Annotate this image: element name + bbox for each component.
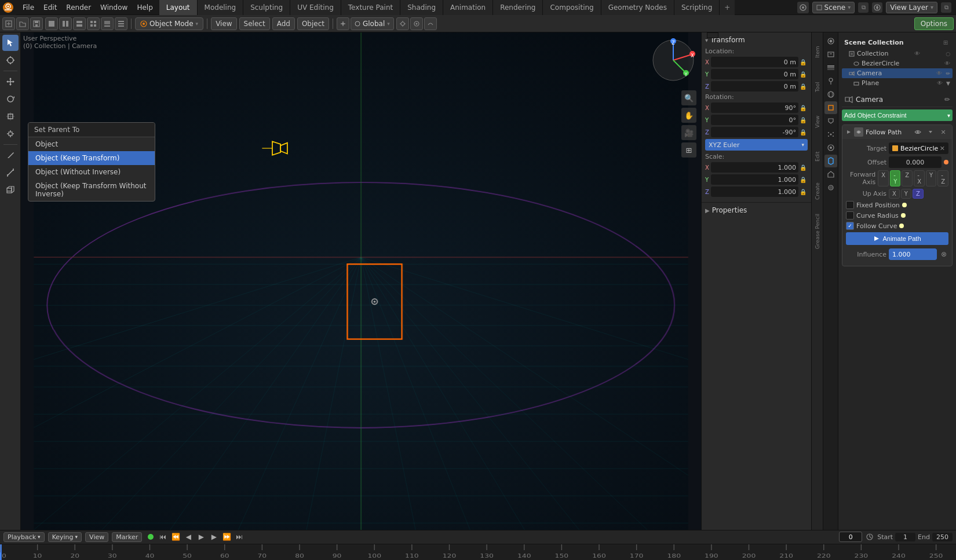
camera-edit-icon[interactable]: ✏	[946, 71, 950, 76]
collection-root-eye[interactable]: 👁	[914, 50, 920, 57]
camera-eye[interactable]: 👁	[936, 70, 942, 76]
tool-select[interactable]	[2, 35, 19, 51]
tool-scale[interactable]	[2, 108, 19, 125]
edit-menu[interactable]: Edit	[39, 2, 61, 13]
up-z-btn[interactable]: Z	[913, 189, 924, 199]
jump-start-btn[interactable]: ⏮	[157, 531, 169, 543]
constraint-visibility-btn[interactable]	[913, 127, 923, 137]
layout-single-btn[interactable]	[45, 17, 58, 30]
grease-pencil-tab[interactable]: Grease Pencil	[812, 208, 823, 255]
popup-item-object[interactable]: Object	[28, 137, 155, 151]
animate-path-button[interactable]: Animate Path	[846, 232, 948, 245]
location-y-input[interactable]: 0 m	[711, 69, 798, 79]
collection-item-root[interactable]: Collection 👁 ○	[842, 49, 953, 58]
rotation-z-lock[interactable]: 🔒	[798, 129, 808, 136]
mode-selector[interactable]: Object Mode ▾	[135, 17, 203, 30]
forward-neg-y2-btn[interactable]: Y	[926, 170, 936, 186]
item-tab[interactable]: Item	[812, 35, 823, 69]
tool-cursor[interactable]	[2, 52, 19, 68]
target-clear-btn[interactable]: ✕	[940, 145, 945, 152]
render-engine-icon[interactable]	[797, 2, 809, 13]
constraint-options-btn[interactable]	[925, 127, 936, 137]
prop-object-btn[interactable]	[824, 101, 837, 114]
viewport-ortho-btn[interactable]: ⊞	[681, 142, 696, 158]
tool-move[interactable]	[2, 74, 19, 90]
layout-quad-btn[interactable]	[87, 17, 100, 30]
scale-x-lock[interactable]: 🔒	[798, 164, 808, 171]
help-menu[interactable]: Help	[133, 2, 156, 13]
offset-value[interactable]: 0.000	[889, 156, 942, 168]
constraint-delete-btn[interactable]: ✕	[938, 127, 948, 137]
proportional-btn[interactable]	[410, 17, 423, 30]
end-frame-input[interactable]: 250	[932, 533, 953, 541]
prop-render-btn[interactable]	[824, 35, 837, 47]
save-btn[interactable]	[30, 17, 43, 30]
snap-btn[interactable]	[396, 17, 409, 30]
tab-sculpting[interactable]: Sculpting	[243, 0, 290, 15]
tool-add-cube[interactable]	[2, 182, 19, 198]
transform-panel-title[interactable]: ▾ Transform	[705, 36, 808, 44]
layout-split-v-btn[interactable]	[73, 17, 86, 30]
prev-keyframe-btn[interactable]: ⏪	[170, 531, 181, 543]
marker-menu-btn[interactable]: Marker	[112, 532, 142, 542]
prop-physics-btn[interactable]	[824, 141, 837, 154]
tab-add-button[interactable]: +	[720, 0, 735, 15]
tool-tab[interactable]: Tool	[812, 69, 823, 104]
view-menu-tl-btn[interactable]: View	[85, 532, 108, 542]
start-frame-input[interactable]: 1	[895, 533, 915, 541]
viewport-zoom-in-btn[interactable]: 🔍	[681, 90, 696, 105]
edit-tab[interactable]: Edit	[812, 139, 823, 174]
add-constraint-button[interactable]: Add Object Constraint ▾	[842, 109, 953, 121]
scale-z-lock[interactable]: 🔒	[798, 189, 808, 195]
up-x-btn[interactable]: X	[889, 189, 900, 199]
curve-radius-checkbox[interactable]	[846, 211, 854, 219]
window-menu[interactable]: Window	[96, 2, 132, 13]
keying-menu-btn[interactable]: Keying ▾	[48, 532, 82, 542]
tool-transform[interactable]	[2, 126, 19, 142]
location-z-input[interactable]: 0 m	[711, 81, 798, 91]
proportional-type-btn[interactable]	[424, 17, 437, 30]
tab-animation[interactable]: Animation	[443, 0, 493, 15]
current-frame-input[interactable]: 0	[839, 532, 862, 542]
influence-reset-btn[interactable]: ⊗	[939, 248, 948, 260]
viewport[interactable]: User Perspective (0) Collection | Camera…	[21, 32, 701, 530]
up-y-btn[interactable]: Y	[901, 189, 911, 199]
tool-annotate[interactable]	[2, 147, 19, 163]
popup-item-keep-without-inverse[interactable]: Object (Keep Transform Without Inverse)	[28, 179, 155, 201]
object-menu-btn[interactable]: Object	[297, 17, 329, 30]
options-button[interactable]: Options	[914, 17, 954, 30]
forward-x-btn[interactable]: X	[878, 170, 889, 186]
tab-modeling[interactable]: Modeling	[198, 0, 244, 15]
layout-extra-btn[interactable]	[115, 17, 127, 30]
view-menu-btn[interactable]: View	[211, 17, 236, 30]
popup-item-without-inverse[interactable]: Object (Without Inverse)	[28, 165, 155, 179]
collection-camera[interactable]: Camera 👁 ✏	[842, 68, 953, 78]
scene-selector[interactable]: Scene ▾	[812, 2, 855, 13]
forward-neg-y-btn[interactable]: -Y	[890, 170, 900, 186]
next-keyframe-btn[interactable]: ⏩	[221, 531, 232, 543]
viewlayer-copy-btn[interactable]: ⧉	[941, 2, 951, 13]
scale-z-input[interactable]: 1.000	[711, 186, 798, 197]
follow-curve-checkbox[interactable]	[846, 222, 854, 230]
bezier-eye[interactable]: 👁	[944, 60, 950, 67]
scale-x-input[interactable]: 1.000	[711, 162, 798, 173]
new-btn[interactable]	[2, 17, 15, 30]
layout-timeline-btn[interactable]	[101, 17, 114, 30]
tool-measure[interactable]	[2, 164, 19, 181]
file-menu[interactable]: File	[19, 2, 38, 13]
tool-rotate[interactable]	[2, 91, 19, 107]
prop-material-btn[interactable]	[824, 181, 837, 194]
view-tab[interactable]: View	[812, 104, 823, 139]
properties-title[interactable]: ▶ Properties	[705, 206, 808, 214]
gizmo-toggle-btn[interactable]	[337, 17, 349, 30]
influence-slider[interactable]: 1.000	[889, 248, 937, 260]
forward-z-btn[interactable]: Z	[902, 170, 913, 186]
prop-view-layer-btn[interactable]	[824, 61, 837, 74]
rotation-z-input[interactable]: -90°	[711, 127, 798, 137]
location-z-lock[interactable]: 🔒	[798, 83, 808, 90]
prop-modifier-btn[interactable]	[824, 115, 837, 127]
prev-frame-btn[interactable]: ◀	[183, 531, 194, 543]
rotation-x-lock[interactable]: 🔒	[798, 105, 808, 111]
tab-compositing[interactable]: Compositing	[543, 0, 601, 15]
rotation-mode-dropdown[interactable]: XYZ Euler ▾	[705, 139, 808, 151]
